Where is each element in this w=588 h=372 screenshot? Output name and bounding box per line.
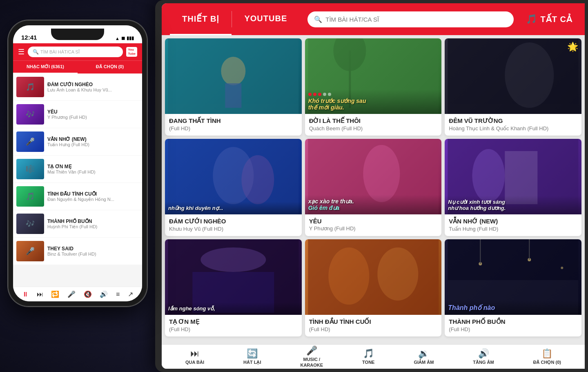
song-title: THEY SAID <box>47 246 139 252</box>
tablet-frame: THIẾT BỊ YOUTUBE 🔍 🎵 TẤT CẢ <box>155 0 588 372</box>
music-karaoke-button[interactable]: 🎤 MUSIC / KARAOKE <box>300 345 323 368</box>
video-overlay-text: xạc xào tre thưa. Gió êm đưa <box>305 195 442 214</box>
list-item[interactable]: 🎵 TÌNH ĐẦU TÌNH CUỐI Đan Nguyên & Nguyễn… <box>13 183 142 210</box>
volume-up-label: TĂNG ÂM <box>473 360 494 365</box>
mic-button[interactable]: 🎤 <box>67 290 76 298</box>
chosen-button[interactable]: 📋 ĐÃ CHỌN (0) <box>533 348 561 365</box>
video-card[interactable]: lắm nghe sóng vỗ, TẠ ƠN MẸ (Full HD) <box>165 239 302 336</box>
replay-icon: 🔄 <box>247 348 258 359</box>
playlist-button[interactable]: ≡ <box>116 291 120 298</box>
video-info: ĐÁM CƯỚI NGHÈO Khưu Huy Vũ (Full HD) <box>165 214 302 236</box>
tat-ca-label: TẤT CẢ <box>541 14 572 24</box>
video-info: THÀNH PHỐ BUỒN (Full HD) <box>445 315 581 336</box>
song-title: ĐÁM CƯỚI NGHÈO <box>47 82 139 87</box>
video-title: ĐÁM CƯỚI NGHÈO <box>169 218 298 225</box>
list-item[interactable]: 🎼 TẠ ƠN MẸ Mai Thiên Vân (Full HD) <box>13 156 142 183</box>
song-title: THÀNH PHỐ BUỒN <box>47 218 139 224</box>
song-artist: Mai Thiên Vân (Full HD) <box>47 169 139 174</box>
phone-tab-new[interactable]: NHẠC MỚI (6361) <box>13 61 78 74</box>
microphone-icon: 🎤 <box>306 345 317 356</box>
video-info: ĐANG THẤT TÌNH (Full HD) <box>165 114 302 136</box>
tone-button[interactable]: 🎵 TONE <box>362 348 374 365</box>
video-title: ĐÊM VŨ TRƯỜNG <box>449 117 577 125</box>
tab-youtube[interactable]: YOUTUBE <box>232 3 299 35</box>
video-title: ĐANG THẤT TÌNH <box>169 117 298 125</box>
song-info: YÊU Y Phương (Full HD) <box>47 109 139 120</box>
volume-down-button[interactable]: 🔉 GIẢM ÂM <box>414 348 434 365</box>
list-item[interactable]: 🎵 ĐÁM CƯỚI NGHÈO Lưu Ánh Loan & Khưu Huy… <box>13 74 142 100</box>
video-subtitle: (Full HD) <box>169 326 298 332</box>
replay-label: HÁT LẠI <box>243 360 261 365</box>
song-info: TẠ ƠN MẸ Mai Thiên Vân (Full HD) <box>47 164 139 174</box>
next-label: QUA BÀI <box>185 360 204 365</box>
video-subtitle: Tuấn Hưng (Full HD) <box>449 226 577 232</box>
video-thumbnail: lắm nghe sóng vỗ, <box>165 239 302 315</box>
next-button[interactable]: ⏭ <box>37 291 43 298</box>
mute-button[interactable]: 🔇 <box>84 290 92 298</box>
video-card[interactable]: Nụ cười xinh tươi sáng như hoa hướng dươ… <box>445 139 581 236</box>
next-track-button[interactable]: ⏭ QUA BÀI <box>185 348 204 365</box>
svg-point-20 <box>328 247 369 305</box>
playlist-icon: 📋 <box>541 348 552 359</box>
video-title: TẠ ƠN MẸ <box>169 318 298 325</box>
tablet-search-bar[interactable]: 🔍 <box>307 11 513 27</box>
search-input[interactable] <box>325 16 507 23</box>
tablet-screen: THIẾT BỊ YOUTUBE 🔍 🎵 TẤT CẢ <box>162 3 585 369</box>
svg-point-17 <box>200 247 266 272</box>
next-icon: ⏭ <box>190 348 199 359</box>
phone-device: 12:41 ▲ ◼ ▮▮▮ ☰ 🔍 TÌM BÀI HÁT/CA SĨ YouT… <box>8 20 147 306</box>
song-artist: Đan Nguyên & Nguyễn Hồng N... <box>47 197 139 202</box>
song-info: THÀNH PHỐ BUỒN Huỳnh Phi Tiến (Full HD) <box>47 218 139 229</box>
phone-screen: 12:41 ▲ ◼ ▮▮▮ ☰ 🔍 TÌM BÀI HÁT/CA SĨ YouT… <box>13 25 142 301</box>
video-card[interactable]: TÌNH ĐẦU TÌNH CUỐI (Full HD) <box>305 239 442 336</box>
pause-button[interactable]: ⏸ <box>22 291 29 298</box>
song-title: TẠ ƠN MẸ <box>47 164 139 169</box>
list-item[interactable]: 🎶 THÀNH PHỐ BUỒN Huỳnh Phi Tiến (Full HD… <box>13 210 142 237</box>
video-card[interactable]: xạc xào tre thưa. Gió êm đưa YÊU Y Phươn… <box>305 139 442 236</box>
video-grid: ĐANG THẤT TÌNH (Full HD) <box>165 38 581 336</box>
video-overlay-text: những khi duyên nợ... <box>165 202 302 214</box>
video-subtitle: Hoàng Thục Linh & Quốc Khanh (Full HD) <box>449 125 577 131</box>
share-button[interactable]: ↗ <box>128 290 133 298</box>
list-item[interactable]: 🎶 YÊU Y Phương (Full HD) <box>13 101 142 128</box>
song-artist: Binz & Touliver (Full HD) <box>47 252 139 256</box>
video-info: YÊU Y Phương (Full HD) <box>305 214 442 236</box>
svg-point-21 <box>377 247 418 301</box>
video-card[interactable]: 🌟 ĐÊM VŨ TRƯỜNG Hoàng Thục Linh & Quốc K… <box>445 38 581 136</box>
video-card[interactable]: Thành phố nào THÀNH PHỐ BUỒN (Full HD) <box>445 239 581 336</box>
volume-button[interactable]: 🔊 <box>100 290 108 298</box>
video-thumbnail: Khó trước sướng sau thế mới giàu. <box>305 38 442 114</box>
repeat-button[interactable]: 🔁 <box>51 290 59 298</box>
video-title: VẪN NHỚ (NEW) <box>449 218 577 225</box>
hamburger-icon[interactable]: ☰ <box>18 47 24 56</box>
phone-tab-chosen[interactable]: ĐÃ CHỌN (0) <box>78 61 142 74</box>
list-item[interactable]: 🎤 THEY SAID Binz & Touliver (Full HD) <box>13 238 142 265</box>
video-overlay-text: Thành phố nào <box>445 301 581 315</box>
song-title: VẪN NHỚ (NEW) <box>47 136 139 142</box>
search-icon: 🔍 <box>33 49 39 55</box>
replay-button[interactable]: 🔄 HÁT LẠI <box>243 348 261 365</box>
video-subtitle: (Full HD) <box>169 125 298 131</box>
phone-bottom-controls: ⏸ ⏭ 🔁 🎤 🔇 🔊 ≡ ↗ <box>13 287 142 301</box>
song-thumbnail: 🎶 <box>16 214 44 234</box>
video-title: TÌNH ĐẦU TÌNH CUỐI <box>309 318 438 325</box>
phone-search-bar[interactable]: 🔍 TÌM BÀI HÁT/CA SĨ <box>28 47 123 57</box>
tab-thiet-bi[interactable]: THIẾT BỊ <box>170 3 232 35</box>
video-card[interactable]: ĐANG THẤT TÌNH (Full HD) <box>165 38 302 136</box>
phone-header: ☰ 🔍 TÌM BÀI HÁT/CA SĨ YouTube <box>13 43 142 60</box>
list-item[interactable]: 🎤 VẪN NHỚ (NEW) Tuấn Hưng (Full HD) <box>13 128 142 155</box>
song-artist: Huỳnh Phi Tiến (Full HD) <box>47 224 139 229</box>
song-thumbnail: 🎶 <box>16 104 44 125</box>
video-info: TẠ ƠN MẸ (Full HD) <box>165 315 302 336</box>
tat-ca-button[interactable]: 🎵 TẤT CẢ <box>522 14 577 25</box>
svg-point-1 <box>221 57 245 85</box>
video-card[interactable]: những khi duyên nợ... ĐÁM CƯỚI NGHÈO Khư… <box>165 139 302 236</box>
phone-notch <box>51 29 104 40</box>
video-subtitle: Y Phương (Full HD) <box>309 225 438 232</box>
video-title: YÊU <box>309 218 438 225</box>
video-subtitle: Khưu Huy Vũ (Full HD) <box>169 226 298 232</box>
video-card[interactable]: Khó trước sướng sau thế mới giàu. ĐỜI LÀ… <box>305 38 442 136</box>
video-title: ĐỜI LÀ THẾ THÔI <box>309 117 438 125</box>
song-thumbnail: 🎤 <box>16 131 44 152</box>
volume-up-button[interactable]: 🔊 TĂNG ÂM <box>473 348 494 365</box>
